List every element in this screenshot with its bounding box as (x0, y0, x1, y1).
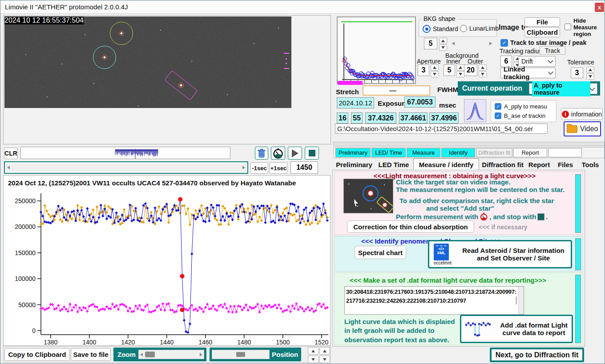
spin-up[interactable] (479, 64, 487, 71)
textarea-scrollbar[interactable] (518, 287, 524, 314)
radio-lunarlimb-circle[interactable] (460, 25, 467, 32)
hide-measure-label: Hide Measure region (573, 18, 601, 38)
tab-report[interactable]: Report (526, 159, 552, 170)
tab-measure-identify[interactable]: Measure / identfy (413, 158, 479, 170)
measure-start-button[interactable] (271, 147, 285, 160)
tab-preliminary[interactable]: Preliminary (334, 159, 374, 170)
tolerance-field[interactable]: 3 (571, 68, 583, 78)
apply-to-measure-checkbox[interactable]: ✓ A_pply to measu (495, 103, 547, 110)
dat-panel-scrollbar[interactable] (575, 275, 581, 343)
zoom-scrollbar[interactable] (138, 350, 204, 359)
stretch-slider-handle[interactable] (389, 90, 396, 92)
spin-down[interactable] (431, 71, 439, 77)
video-frame[interactable]: 2024 10 12 16:55:37:504 (4, 16, 291, 108)
time-ss1-field[interactable]: 37.4326 (365, 112, 396, 124)
tolerance-label: Tolerance (567, 59, 594, 66)
linked-tracking-select[interactable]: Linked tracking (500, 68, 556, 78)
psf-scrollbar[interactable] (451, 40, 493, 47)
plus-1sec-button[interactable]: +1sec (270, 162, 287, 174)
spin-down[interactable] (439, 44, 447, 51)
hide-measure-checkbox[interactable] (565, 24, 571, 30)
scroll-left-arrow[interactable] (7, 166, 10, 169)
spin-up[interactable] (431, 64, 439, 71)
spin-up[interactable] (439, 38, 447, 44)
base-of-tracking-checkbox[interactable]: ✓ B_ase of trackin (495, 112, 545, 119)
svg-text:1520: 1520 (315, 339, 328, 345)
tab-led-time[interactable]: LED Time (375, 159, 412, 170)
dat-data-textarea[interactable]: 30:208418:231976:217603:191375:210048:21… (344, 286, 524, 315)
frame-scrollbar[interactable] (4, 161, 248, 174)
spin-up[interactable] (586, 67, 594, 73)
toolbar-tab-preliminary[interactable]: Preliminary (335, 148, 371, 157)
copy-to-clipboard-button[interactable]: Copy to Clipboard (4, 348, 70, 361)
inner-field[interactable]: 5 (444, 64, 455, 76)
position-scrollbar-thumb[interactable] (236, 352, 245, 357)
spin-up[interactable] (308, 347, 319, 355)
identify-panel-scrollbar[interactable] (575, 238, 581, 270)
time-ss2-field[interactable]: 37.4661 (399, 112, 428, 124)
add-dat-button[interactable]: Add .dat format Light curve data to repo… (460, 315, 573, 343)
spectral-chart-button[interactable]: Spectral chart (355, 246, 406, 259)
track-checkbox-box[interactable]: ✓ (500, 39, 508, 47)
tab-files[interactable]: Files (555, 159, 576, 170)
clear-button[interactable]: CLR (4, 148, 18, 159)
close-button[interactable]: x (595, 3, 604, 12)
spin-down[interactable] (308, 356, 319, 363)
track-checkbox[interactable]: ✓ Track to star image / peak (500, 39, 586, 47)
spin-down[interactable] (456, 71, 464, 77)
exposure-field[interactable]: 67.0053 (404, 96, 436, 108)
aperture-marker-yellow[interactable] (110, 22, 133, 45)
frame-number-field[interactable]: 1450 (290, 161, 318, 174)
track-button[interactable]: Track (540, 46, 565, 55)
outer-field[interactable]: 20 (464, 64, 477, 76)
stop-button[interactable] (305, 147, 319, 160)
spin-up[interactable] (456, 64, 464, 71)
video-open-button[interactable]: Video (564, 121, 601, 136)
cursor-icon (354, 199, 360, 208)
spin-down[interactable] (319, 356, 330, 363)
time-mm-field[interactable]: 55 (351, 112, 363, 124)
position-scrollbar[interactable] (212, 350, 270, 359)
scroll-right-arrow[interactable] (242, 166, 245, 169)
read-asteroid-button[interactable]: </>XML occelmnt Read Asteroid / Star inf… (428, 240, 572, 268)
psf-size-field[interactable]: 5 (424, 38, 437, 49)
toolbar-tab-measure[interactable]: Measure (407, 148, 440, 157)
audio-waveform-strip[interactable] (20, 147, 230, 159)
information-button[interactable]: i information (561, 108, 603, 120)
file-path-field[interactable]: G:\Occultation-Video\2024-10-12-(125275)… (335, 124, 548, 134)
star-dot (227, 94, 228, 95)
star-dot (61, 64, 62, 64)
save-to-file-button[interactable]: Save to file (71, 348, 111, 361)
image-to-file-button[interactable]: File (524, 17, 560, 27)
toolbar-tab-blank[interactable] (548, 148, 582, 157)
radio-lunarlimb[interactable]: LunarLimb (460, 25, 499, 32)
cloud-correction-button[interactable]: Correction for thin cloud absorption (347, 220, 474, 233)
spin-up[interactable] (319, 347, 330, 355)
next-diffraction-button[interactable]: Next, go to Diffraction fit (490, 348, 584, 362)
date-field[interactable]: 2024.10.12 (337, 97, 374, 108)
spin-down[interactable] (479, 71, 487, 77)
aperture-field[interactable]: 3 (418, 64, 429, 76)
time-ss3-field[interactable]: 37.4996 (429, 112, 459, 124)
image-to-clipboard-button[interactable]: Clipboard (524, 27, 560, 37)
tab-diffraction-fit[interactable]: Diffraction fit (481, 159, 524, 170)
aperture-marker-cyan[interactable] (93, 46, 116, 69)
toolbar-tab-report[interactable]: Report (513, 148, 547, 157)
zoom-scrollbar-thumb[interactable] (145, 352, 155, 357)
minus-1sec-button[interactable]: -1sec (250, 162, 268, 174)
radio-standard-circle[interactable] (423, 25, 431, 33)
measure-panel-scrollbar[interactable] (575, 174, 581, 233)
toolbar-tab-identify[interactable]: Identify (441, 148, 475, 157)
toolbar-tab-led-time[interactable]: LED/ Time (371, 148, 406, 157)
play-button[interactable] (288, 147, 302, 160)
spin-down[interactable] (586, 73, 594, 80)
instruction-line-3: To add other comparison star, right clic… (399, 197, 554, 204)
svg-text:250000: 250000 (15, 197, 36, 204)
radio-standard[interactable]: Standard (423, 25, 458, 33)
stretch-slider[interactable] (363, 85, 430, 96)
toolbar-tab-diffraction-fit[interactable]: Diffraction fit (476, 148, 512, 157)
tab-tools[interactable]: Tools (579, 159, 602, 170)
time-hh-field[interactable]: 16 (337, 112, 348, 124)
current-operation-select[interactable]: A_pply to measure (529, 83, 597, 94)
delete-measurement-button[interactable] (255, 147, 268, 160)
